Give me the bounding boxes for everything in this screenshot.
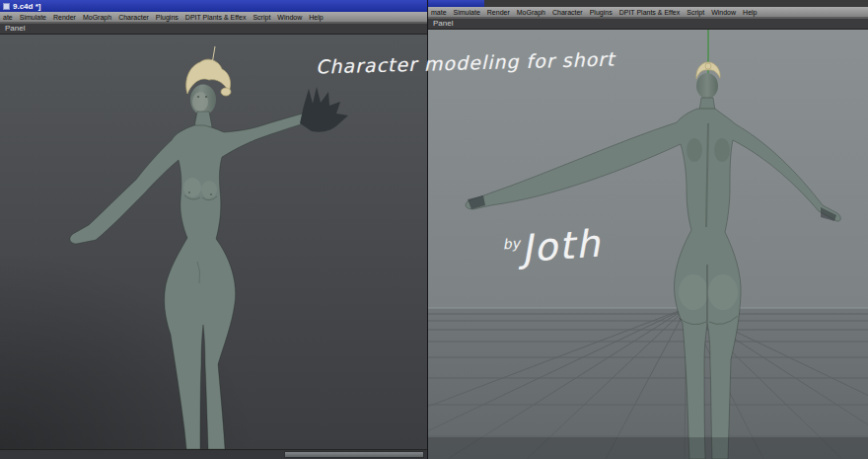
menu-item-character[interactable]: Character bbox=[118, 14, 149, 21]
menu-item-simulate[interactable]: Simulate bbox=[454, 9, 480, 16]
left-hscrollbar[interactable] bbox=[0, 449, 427, 459]
scrollbar-handle[interactable] bbox=[284, 451, 424, 458]
menu-item-animate[interactable]: ate bbox=[3, 14, 13, 21]
left-tabbar: Panel bbox=[0, 23, 427, 35]
app-icon bbox=[3, 3, 10, 10]
menu-item-dpit-plants-effex[interactable]: DPIT Plants & Effex bbox=[185, 14, 247, 21]
right-tabbar: Panel bbox=[428, 18, 868, 30]
right-viewport-render bbox=[428, 30, 868, 459]
menu-item-mograph[interactable]: MoGraph bbox=[517, 9, 545, 16]
right-viewport[interactable] bbox=[428, 30, 868, 459]
left-window: 9.c4d *] ate Simulate Render MoGraph Cha… bbox=[0, 0, 427, 459]
left-viewport-render bbox=[0, 35, 427, 449]
menu-item-mograph[interactable]: MoGraph bbox=[83, 14, 111, 21]
screen: 9.c4d *] ate Simulate Render MoGraph Cha… bbox=[0, 0, 868, 459]
menu-item-window[interactable]: Window bbox=[277, 14, 302, 21]
menu-item-simulate[interactable]: Simulate bbox=[20, 14, 46, 21]
panel-tab[interactable]: Panel bbox=[5, 24, 25, 34]
menu-item-animate[interactable]: mate bbox=[431, 9, 447, 16]
bottom-shade bbox=[428, 437, 868, 459]
menu-item-help[interactable]: Help bbox=[309, 14, 323, 21]
menu-item-help[interactable]: Help bbox=[743, 9, 757, 16]
sky-background bbox=[428, 30, 868, 308]
right-titlebar[interactable] bbox=[428, 0, 484, 7]
window-title: 9.c4d *] bbox=[13, 1, 40, 12]
menu-item-render[interactable]: Render bbox=[487, 9, 510, 16]
left-menubar: ate Simulate Render MoGraph Character Pl… bbox=[0, 12, 427, 23]
right-menubar: mate Simulate Render MoGraph Character P… bbox=[428, 7, 868, 18]
menu-item-script[interactable]: Script bbox=[253, 14, 270, 21]
menu-item-dpit-plants-effex[interactable]: DPIT Plants & Effex bbox=[619, 9, 681, 16]
right-window: mate Simulate Render MoGraph Character P… bbox=[427, 0, 868, 459]
left-titlebar[interactable]: 9.c4d *] bbox=[0, 0, 427, 12]
menu-item-script[interactable]: Script bbox=[687, 9, 704, 16]
panel-tab[interactable]: Panel bbox=[433, 19, 453, 29]
menu-item-plugins[interactable]: Plugins bbox=[590, 9, 613, 16]
menu-item-plugins[interactable]: Plugins bbox=[156, 14, 179, 21]
menu-item-render[interactable]: Render bbox=[53, 14, 76, 21]
left-viewport[interactable] bbox=[0, 35, 427, 449]
menu-item-window[interactable]: Window bbox=[711, 9, 736, 16]
menu-item-character[interactable]: Character bbox=[552, 9, 583, 16]
